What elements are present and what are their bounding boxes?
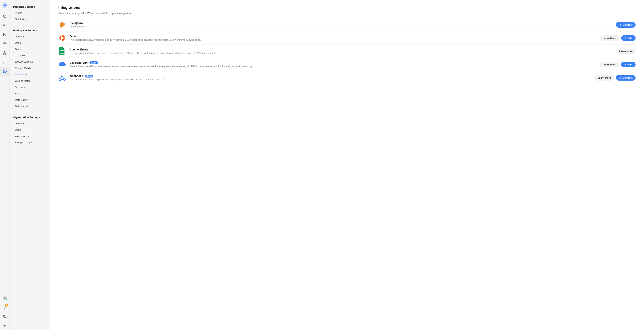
integration-title: Dialogflow xyxy=(70,22,83,24)
bar-chart-icon xyxy=(3,60,7,64)
nav-reports[interactable] xyxy=(0,58,10,67)
integration-row-webhooks: Webhooks BETA This integration allows re… xyxy=(58,71,636,84)
svg-rect-6 xyxy=(3,54,4,54)
svg-rect-19 xyxy=(60,38,62,40)
sidebar-item-general-ws[interactable]: General xyxy=(10,34,50,40)
sidebar-item-general-org[interactable]: General xyxy=(10,120,50,127)
sidebar-item-users-ws[interactable]: Users xyxy=(10,40,50,46)
nav-inbox[interactable] xyxy=(0,21,10,30)
sidebar-item-billing[interactable]: Billing & Usage xyxy=(10,139,50,146)
svg-point-9 xyxy=(4,297,5,298)
contact-icon xyxy=(3,32,7,36)
connect-button[interactable]: Connect xyxy=(616,75,636,80)
integration-description: This integration allows respond.io to co… xyxy=(70,38,596,41)
integration-description: This integration allows a new row to be … xyxy=(70,52,612,54)
sidebar-item-files[interactable]: Files xyxy=(10,90,50,97)
google-sheets-icon xyxy=(58,48,66,55)
svg-point-25 xyxy=(61,75,63,77)
integration-title: Webhooks xyxy=(70,74,83,78)
sidebar-item-users-org[interactable]: Users xyxy=(10,127,50,133)
svg-rect-16 xyxy=(63,38,65,38)
gear-icon xyxy=(3,70,7,73)
nav-user-menu[interactable] xyxy=(0,293,10,302)
integration-row-zapier: Zapier This integration allows respond.i… xyxy=(58,32,636,45)
user-avatar-icon xyxy=(2,296,7,300)
integration-row-dialogflow: Dialogflow Disconnected Connect xyxy=(58,18,636,32)
sidebar-item-growth-widgets[interactable]: Growth Widgets xyxy=(10,59,50,65)
svg-rect-1 xyxy=(3,24,6,26)
icon-rail: M 1 xyxy=(0,0,10,330)
integration-title: Google Sheets xyxy=(70,48,88,51)
connect-button[interactable]: Connect xyxy=(616,22,636,28)
webhooks-icon xyxy=(58,74,66,82)
integrations-list: Dialogflow Disconnected Connect xyxy=(58,18,636,84)
section-workspace-title: Workspace Settings xyxy=(10,28,50,34)
sidebar-item-profile[interactable]: Profile xyxy=(10,10,50,16)
svg-point-26 xyxy=(59,79,61,80)
sidebar-item-data-import[interactable]: Data Import xyxy=(10,103,50,109)
svg-rect-14 xyxy=(62,39,62,41)
section-organization-title: Organization Settings xyxy=(10,115,50,120)
sitemap-icon xyxy=(3,51,7,55)
integration-row-developer-api: Developer API BETA Create Developer API … xyxy=(58,58,636,71)
pencil-icon xyxy=(624,37,626,39)
sidebar-item-closing-notes[interactable]: Closing Notes xyxy=(10,78,50,84)
sidebar-item-notifications[interactable]: Notifications xyxy=(10,16,50,22)
gauge-icon xyxy=(3,14,7,18)
nav-broadcast[interactable] xyxy=(0,39,10,48)
sidebar-item-data-export[interactable]: Data Export xyxy=(10,97,50,103)
help-icon xyxy=(3,314,7,318)
connect-label: Connect xyxy=(622,24,632,26)
learn-more-button[interactable]: Learn More xyxy=(616,48,636,54)
svg-point-27 xyxy=(64,79,66,80)
chat-icon xyxy=(3,24,7,27)
svg-point-8 xyxy=(4,71,5,72)
svg-rect-13 xyxy=(62,35,62,37)
cloud-icon xyxy=(58,61,66,68)
edit-label: Edit xyxy=(628,37,632,40)
learn-more-button[interactable]: Learn More xyxy=(594,75,614,80)
page-title: Integrations xyxy=(58,5,636,10)
integration-title: Zapier xyxy=(70,35,78,38)
sidebar-item-channels[interactable]: Channels xyxy=(10,52,50,59)
nav-dashboard[interactable] xyxy=(0,12,10,21)
sidebar-item-teams[interactable]: Teams xyxy=(10,46,50,52)
nav-notifications[interactable]: 1 xyxy=(0,302,10,312)
learn-more-button[interactable]: Learn More xyxy=(600,62,619,67)
svg-rect-7 xyxy=(5,54,6,54)
sidebar-item-contact-fields[interactable]: Contact Fields xyxy=(10,65,50,71)
svg-rect-20 xyxy=(62,35,65,38)
nav-help[interactable] xyxy=(0,312,10,321)
svg-rect-18 xyxy=(62,38,65,40)
edit-button[interactable]: Edit xyxy=(621,62,636,67)
nav-contacts[interactable] xyxy=(0,30,10,39)
sidebar-item-workspaces[interactable]: Workspaces xyxy=(10,133,50,139)
zapier-icon xyxy=(58,34,66,42)
svg-rect-17 xyxy=(60,35,62,38)
beta-badge: BETA xyxy=(90,62,98,64)
integration-title: Developer API xyxy=(70,61,88,64)
edit-label: Edit xyxy=(628,63,632,66)
integration-row-google-sheets: Google Sheets This integration allows a … xyxy=(58,45,636,58)
pencil-icon xyxy=(624,63,626,66)
integration-description: Create Developer API access tokens here.… xyxy=(70,65,596,68)
nav-workflows[interactable] xyxy=(0,48,10,58)
dialogflow-icon xyxy=(58,21,66,28)
beta-badge: BETA xyxy=(85,75,94,78)
learn-more-button[interactable]: Learn More xyxy=(600,35,619,41)
section-personal-title: Personal Settings xyxy=(10,4,50,10)
edit-button[interactable]: Edit xyxy=(621,35,636,41)
svg-point-3 xyxy=(4,34,5,35)
main-content: Integrations Connect your respond.io Wor… xyxy=(50,0,644,330)
double-check-icon xyxy=(3,323,7,328)
connect-label: Connect xyxy=(622,76,632,79)
integration-status: Disconnected xyxy=(70,25,612,28)
workspace-avatar[interactable]: M xyxy=(2,2,8,8)
sidebar-item-integrations[interactable]: Integrations xyxy=(10,71,50,78)
nav-settings[interactable] xyxy=(0,67,10,76)
plug-icon xyxy=(619,76,621,79)
sidebar-item-snippets[interactable]: Snippets xyxy=(10,84,50,90)
integration-description: This integration allows respond.io to no… xyxy=(70,78,591,81)
page-subtitle: Connect your respond.io Workspace with t… xyxy=(58,12,636,14)
nav-brand-logo[interactable] xyxy=(0,321,10,330)
